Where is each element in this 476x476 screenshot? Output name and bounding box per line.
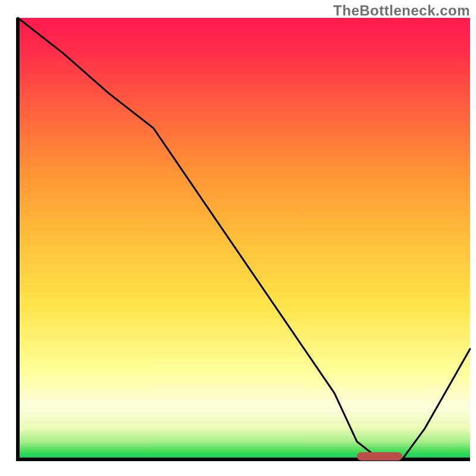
- bottleneck-chart: [0, 0, 476, 476]
- bottleneck-marker: [357, 452, 402, 461]
- plot-background: [18, 18, 470, 459]
- watermark-text: TheBottleneck.com: [333, 2, 470, 19]
